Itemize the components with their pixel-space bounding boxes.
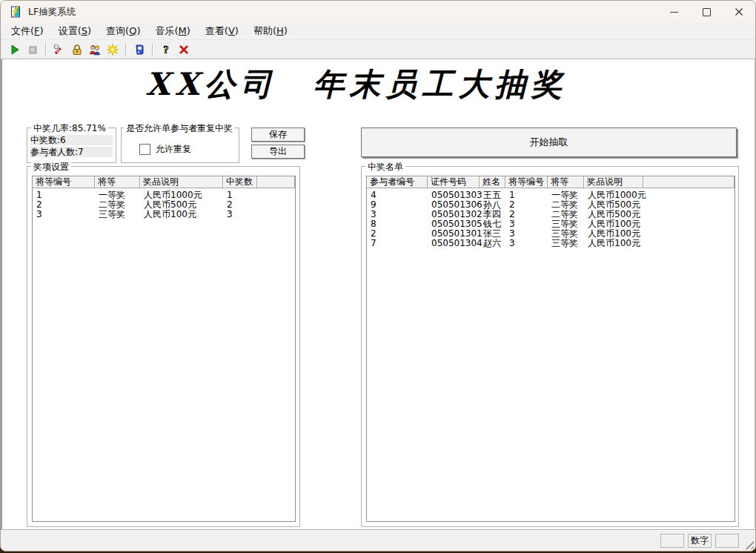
win-count-label: 中奖数:6 bbox=[30, 135, 113, 145]
menu-help[interactable]: 帮助(H) bbox=[246, 23, 295, 39]
column-header-filler bbox=[643, 176, 735, 188]
stop-toolbar-button[interactable] bbox=[24, 42, 42, 58]
page-title: XX公司 年末员工大抽奖 bbox=[2, 64, 711, 105]
menu-label: ) bbox=[136, 25, 140, 36]
winners-header: 参与者编号证件号码姓名将等编号将等奖品说明 bbox=[367, 176, 735, 188]
menu-label: ) bbox=[284, 25, 288, 36]
toolbar-separator bbox=[125, 43, 127, 56]
menu-settings[interactable]: 设置(S) bbox=[51, 23, 99, 39]
winners-groupbox: 中奖名单 参与者编号证件号码姓名将等编号将等奖品说明 4050501303王五1… bbox=[361, 166, 739, 527]
menu-bar: 文件(F) 设置(S) 查询(Q) 音乐(M) 查看(V) 帮助(H) bbox=[1, 23, 755, 40]
menu-key: V bbox=[228, 25, 235, 36]
table-cell: 三等奖 bbox=[95, 210, 140, 219]
column-header-filler bbox=[257, 176, 295, 188]
table-row[interactable]: 4050501303王五1一等奖人民币1000元 bbox=[367, 191, 735, 200]
prize-settings-caption: 奖项设置 bbox=[31, 161, 71, 173]
table-row[interactable]: 7050501304赵六3三等奖人民币100元 bbox=[367, 239, 735, 248]
table-cell: 3 bbox=[33, 210, 95, 219]
column-header[interactable]: 奖品说明 bbox=[140, 176, 223, 188]
allow-repeat-label: 允许重复 bbox=[156, 143, 191, 156]
menu-query[interactable]: 查询(Q) bbox=[99, 23, 147, 39]
svg-text:?: ? bbox=[164, 44, 169, 56]
menu-label: ) bbox=[87, 25, 91, 36]
lock-icon bbox=[71, 44, 83, 56]
tools-icon bbox=[53, 44, 65, 56]
help-icon: ? bbox=[160, 44, 172, 56]
close-button[interactable] bbox=[723, 1, 755, 23]
app-window: LF抽奖系统 文件(F) 设置(S) 查询(Q) 音乐(M) 查看(V) 帮助(… bbox=[0, 0, 756, 552]
star-icon bbox=[107, 44, 119, 56]
exit-icon bbox=[178, 44, 190, 56]
table-row[interactable]: 8050501305钱七3三等奖人民币100元 bbox=[367, 219, 735, 229]
table-row[interactable]: 2050501301张三3三等奖人民币100元 bbox=[367, 229, 735, 239]
start-draw-toolbar-button[interactable] bbox=[6, 42, 24, 58]
column-header[interactable]: 将等 bbox=[95, 176, 140, 188]
help-toolbar-button[interactable]: ? bbox=[157, 42, 175, 58]
client-area: XX公司 年末员工大抽奖 中奖几率:85.71% 中奖数:6 参与者人数:7 是… bbox=[1, 59, 755, 529]
start-draw-button[interactable]: 开始抽取 bbox=[361, 128, 737, 157]
table-cell: 050501304 bbox=[428, 239, 480, 248]
table-row[interactable]: 9050501306孙八2二等奖人民币500元 bbox=[367, 200, 735, 210]
menu-label: 设置( bbox=[59, 25, 82, 36]
menu-label: ) bbox=[235, 25, 239, 36]
menu-key: M bbox=[179, 25, 187, 36]
allow-repeat-checkbox[interactable] bbox=[139, 144, 150, 155]
participants-toolbar-button[interactable] bbox=[86, 42, 104, 58]
winners-caption: 中奖名单 bbox=[365, 161, 405, 173]
start-draw-icon bbox=[9, 44, 21, 56]
table-cell: 人民币100元 bbox=[584, 239, 643, 248]
column-header[interactable]: 奖品说明 bbox=[584, 176, 643, 188]
column-header[interactable]: 将等编号 bbox=[505, 176, 548, 188]
column-header[interactable]: 将等 bbox=[548, 176, 584, 188]
maximize-button[interactable] bbox=[690, 1, 723, 23]
prize-settings-header: 将等编号将等奖品说明中奖数 bbox=[33, 176, 295, 188]
participant-count-label: 参与者人数:7 bbox=[30, 147, 113, 157]
prize-settings-list[interactable]: 将等编号将等奖品说明中奖数 1一等奖人民币1000元12二等奖人民币500元23… bbox=[32, 176, 296, 522]
star-toolbar-button[interactable] bbox=[104, 42, 122, 58]
save-button[interactable]: 保存 bbox=[251, 128, 305, 142]
status-panel-caps bbox=[660, 534, 684, 548]
maximize-icon bbox=[703, 8, 711, 16]
status-panel-num: 数字 bbox=[688, 534, 712, 548]
toolbar: ? bbox=[1, 40, 755, 59]
menu-view[interactable]: 查看(V) bbox=[198, 23, 246, 39]
stop-icon bbox=[27, 44, 39, 56]
menu-label: ) bbox=[187, 25, 190, 36]
table-cell: 3 bbox=[505, 239, 548, 248]
stats-groupbox: 中奖几率:85.71% 中奖数:6 参与者人数:7 bbox=[27, 128, 116, 163]
winners-list[interactable]: 参与者编号证件号码姓名将等编号将等奖品说明 4050501303王五1一等奖人民… bbox=[366, 176, 735, 522]
winners-rows: 4050501303王五1一等奖人民币1000元9050501306孙八2二等奖… bbox=[367, 188, 735, 248]
menu-label: 帮助( bbox=[253, 25, 276, 36]
table-row[interactable]: 3三等奖人民币100元3 bbox=[33, 210, 295, 219]
menu-key: Q bbox=[129, 25, 136, 36]
menu-label: 查看( bbox=[205, 25, 228, 36]
menu-file[interactable]: 文件(F) bbox=[4, 23, 51, 39]
prize-settings-rows: 1一等奖人民币1000元12二等奖人民币500元23三等奖人民币100元3 bbox=[33, 188, 295, 219]
export-button[interactable]: 导出 bbox=[251, 145, 305, 159]
app-icon bbox=[10, 6, 21, 18]
table-row[interactable]: 3050501302李四2二等奖人民币500元 bbox=[367, 210, 735, 219]
column-header[interactable]: 证件号码 bbox=[428, 176, 480, 188]
menu-label: 文件( bbox=[11, 25, 34, 36]
menu-key: H bbox=[276, 25, 284, 36]
column-header[interactable]: 姓名 bbox=[480, 176, 505, 188]
menu-music[interactable]: 音乐(M) bbox=[147, 23, 197, 39]
column-header[interactable]: 参与者编号 bbox=[367, 176, 428, 188]
exit-toolbar-button[interactable] bbox=[175, 42, 193, 58]
menu-label: 音乐( bbox=[155, 25, 178, 36]
minimize-button[interactable] bbox=[657, 1, 690, 23]
toolbar-separator bbox=[45, 43, 47, 56]
column-header[interactable]: 将等编号 bbox=[33, 176, 95, 188]
music-device-toolbar-button[interactable] bbox=[130, 42, 148, 58]
column-header[interactable]: 中奖数 bbox=[223, 176, 257, 188]
status-bar: 数字 bbox=[1, 529, 755, 551]
menu-key: F bbox=[34, 25, 39, 36]
repeat-group-caption: 是否允许单参与者重复中奖 bbox=[124, 122, 235, 135]
tools-toolbar-button[interactable] bbox=[50, 42, 68, 58]
close-icon bbox=[735, 7, 743, 16]
table-cell: 赵六 bbox=[480, 239, 505, 248]
lock-toolbar-button[interactable] bbox=[68, 42, 86, 58]
resize-grip[interactable] bbox=[743, 539, 754, 549]
minimize-icon bbox=[670, 12, 678, 13]
window-title: LF抽奖系统 bbox=[28, 6, 76, 19]
